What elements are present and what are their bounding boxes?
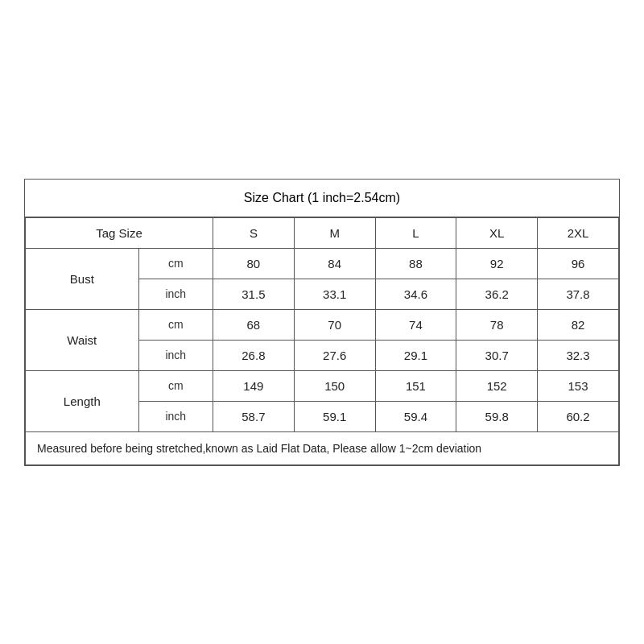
bust-inch-xxl: 37.8 — [538, 279, 619, 309]
length-inch-m: 59.1 — [294, 401, 375, 431]
length-inch-xl: 59.8 — [456, 401, 538, 431]
bust-inch-l: 34.6 — [375, 279, 456, 309]
bust-cm-xxl: 96 — [538, 248, 619, 279]
bust-cm-xl: 92 — [456, 248, 538, 279]
waist-cm-xl: 78 — [456, 309, 538, 340]
header-m: M — [294, 217, 375, 248]
waist-inch-s: 26.8 — [213, 340, 295, 370]
bust-cm-unit: cm — [138, 248, 213, 279]
length-cm-xl: 152 — [456, 370, 538, 401]
waist-inch-xxl: 32.3 — [538, 340, 619, 370]
header-xl: XL — [456, 217, 538, 248]
waist-inch-m: 27.6 — [294, 340, 375, 370]
bust-inch-s: 31.5 — [213, 279, 295, 309]
length-inch-s: 58.7 — [213, 401, 295, 431]
bust-inch-xl: 36.2 — [456, 279, 538, 309]
bust-inch-m: 33.1 — [294, 279, 375, 309]
length-cm-xxl: 153 — [538, 370, 619, 401]
length-cm-m: 150 — [294, 370, 375, 401]
bust-label: Bust — [26, 248, 139, 309]
length-inch-xxl: 60.2 — [538, 401, 619, 431]
length-inch-l: 59.4 — [375, 401, 456, 431]
tag-size-header: Tag Size — [26, 217, 213, 248]
length-cm-s: 149 — [213, 370, 295, 401]
waist-cm-s: 68 — [213, 309, 295, 340]
length-cm-l: 151 — [375, 370, 456, 401]
length-cm-unit: cm — [138, 370, 213, 401]
waist-label: Waist — [26, 309, 139, 370]
bust-cm-l: 88 — [375, 248, 456, 279]
header-xxl: 2XL — [538, 217, 619, 248]
bust-cm-m: 84 — [294, 248, 375, 279]
waist-cm-l: 74 — [375, 309, 456, 340]
length-inch-unit: inch — [138, 401, 213, 431]
note-text: Measured before being stretched,known as… — [26, 431, 619, 464]
chart-title: Size Chart (1 inch=2.54cm) — [25, 180, 619, 217]
header-l: L — [375, 217, 456, 248]
waist-cm-m: 70 — [294, 309, 375, 340]
header-s: S — [213, 217, 295, 248]
waist-inch-l: 29.1 — [375, 340, 456, 370]
waist-inch-unit: inch — [138, 340, 213, 370]
size-chart: Size Chart (1 inch=2.54cm) Tag Size S M … — [24, 179, 620, 466]
waist-cm-unit: cm — [138, 309, 213, 340]
bust-cm-s: 80 — [213, 248, 295, 279]
length-label: Length — [26, 370, 139, 431]
waist-inch-xl: 30.7 — [456, 340, 538, 370]
bust-inch-unit: inch — [138, 279, 213, 309]
waist-cm-xxl: 82 — [538, 309, 619, 340]
